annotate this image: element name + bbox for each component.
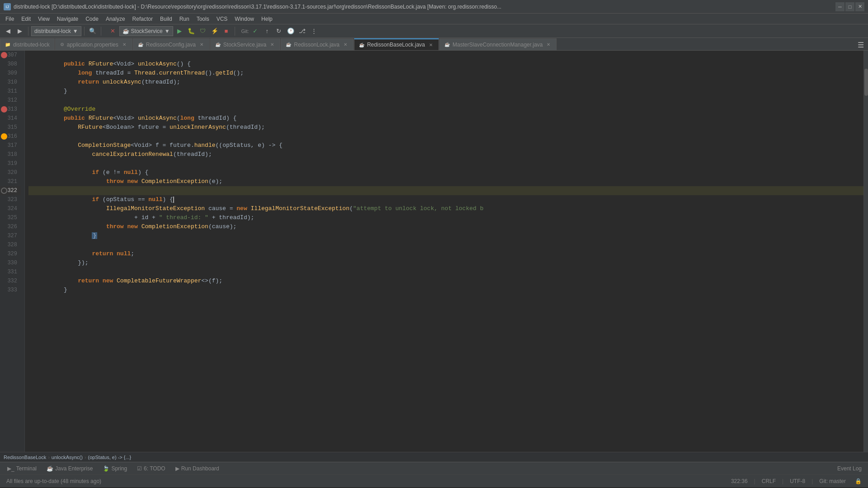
menu-code[interactable]: Code bbox=[82, 14, 102, 24]
run-dashboard-tab[interactable]: ▶ Run Dashboard bbox=[171, 463, 224, 474]
encoding[interactable]: UTF-8 bbox=[787, 478, 808, 484]
git-branch[interactable]: ⎇ bbox=[297, 26, 308, 37]
code-line-328: return null; bbox=[28, 240, 863, 249]
tab-stockservice[interactable]: ☕ StockService.java ✕ bbox=[210, 38, 280, 50]
scrollbar[interactable] bbox=[863, 51, 868, 452]
tab-close-4[interactable]: ✕ bbox=[342, 42, 349, 48]
line-number-332: 332 bbox=[0, 277, 21, 286]
line-number-314: 314 bbox=[0, 114, 21, 123]
tab-bar: 📁 distributed-lock ⚙ application.propert… bbox=[0, 38, 868, 51]
tab-icon-4: ☕ bbox=[286, 42, 291, 47]
bottom-breadcrumb: RedissonBaseLock › unlockAsync() › (opSt… bbox=[0, 452, 868, 462]
minimize-button[interactable]: ─ bbox=[835, 2, 844, 11]
back-button[interactable]: ◀ bbox=[3, 26, 14, 37]
menu-view[interactable]: View bbox=[34, 14, 53, 24]
bc-item-0[interactable]: RedissonBaseLock bbox=[4, 455, 46, 460]
tab-close-3[interactable]: ✕ bbox=[269, 42, 275, 48]
git-options[interactable]: ⋮ bbox=[309, 26, 320, 37]
java-enterprise-tab[interactable]: ☕ Java Enterprise bbox=[42, 463, 97, 474]
git-label: Git: bbox=[241, 28, 249, 34]
tab-close-5[interactable]: ✕ bbox=[428, 42, 434, 48]
code-line-314: RFuture<Boolean> future = unlockInnerAsy… bbox=[28, 114, 863, 123]
run-config-dropdown[interactable]: ☕ StockService ▼ bbox=[119, 26, 173, 36]
line-number-319: 319 bbox=[0, 159, 21, 168]
git-checkmark[interactable]: ✓ bbox=[250, 26, 261, 37]
search-everywhere-button[interactable]: 🔍 bbox=[87, 26, 98, 37]
bc-item-1[interactable]: unlockAsync() bbox=[52, 455, 83, 460]
line-ending[interactable]: CRLF bbox=[759, 478, 778, 484]
menu-tools[interactable]: Tools bbox=[193, 14, 213, 24]
line-number-329: 329 bbox=[0, 249, 21, 258]
spring-tab[interactable]: 🍃 Spring bbox=[98, 463, 132, 474]
tab-label-5: RedissonBaseLock.java bbox=[367, 42, 425, 48]
tab-application-properties[interactable]: ⚙ application.properties ✕ bbox=[55, 38, 132, 50]
menu-analyze[interactable]: Analyze bbox=[102, 14, 129, 24]
maximize-button[interactable]: □ bbox=[845, 2, 854, 11]
tab-distributed-lock[interactable]: 📁 distributed-lock bbox=[0, 38, 55, 50]
line-number-320: 320 bbox=[0, 168, 21, 177]
forward-button[interactable]: ▶ bbox=[14, 26, 25, 37]
status-bar: All files are up-to-date (48 minutes ago… bbox=[0, 474, 868, 487]
git-history[interactable]: 🕐 bbox=[285, 26, 296, 37]
menu-file[interactable]: File bbox=[2, 14, 18, 24]
menu-window[interactable]: Window bbox=[231, 14, 258, 24]
tab-close-2[interactable]: ✕ bbox=[198, 42, 205, 48]
git-push[interactable]: ↑ bbox=[262, 26, 273, 37]
tab-redissonbaselock[interactable]: ☕ RedissonBaseLock.java ✕ bbox=[354, 38, 439, 50]
menu-help[interactable]: Help bbox=[258, 14, 276, 24]
tab-icon-3: ☕ bbox=[215, 42, 221, 47]
cursor-position[interactable]: 322:36 bbox=[728, 478, 750, 484]
tab-redissonconfig[interactable]: ☕ RedissonConfig.java ✕ bbox=[133, 38, 210, 50]
tab-masterslaveconnectionmanager[interactable]: ☕ MasterSlaveConnectionManager.java ✕ bbox=[439, 38, 557, 50]
stop-run-button[interactable]: ✕ bbox=[108, 26, 118, 37]
code-line-330 bbox=[28, 258, 863, 267]
tab-label-3: StockService.java bbox=[223, 42, 266, 48]
bc-item-2[interactable]: (opStatus, e) -> {...} bbox=[88, 455, 132, 460]
code-content[interactable]: public RFuture<Void> unlockAsync() { lon… bbox=[25, 51, 863, 452]
terminal-label: Terminal bbox=[16, 465, 37, 472]
line-number-325: 325 bbox=[0, 213, 21, 222]
line-number-318: 318 bbox=[0, 150, 21, 159]
toolbar-separator-3 bbox=[101, 27, 101, 36]
menu-build[interactable]: Build bbox=[156, 14, 176, 24]
code-line-310: } bbox=[28, 78, 863, 87]
menu-refactor[interactable]: Refactor bbox=[129, 14, 156, 24]
tab-close-6[interactable]: ✕ bbox=[545, 42, 552, 48]
code-line-333 bbox=[28, 286, 863, 295]
scrollbar-thumb[interactable] bbox=[864, 69, 868, 96]
line-number-316: 316 bbox=[0, 132, 21, 141]
menu-navigate[interactable]: Navigate bbox=[53, 14, 82, 24]
toolbar-separator bbox=[28, 27, 28, 36]
git-update[interactable]: ↻ bbox=[274, 26, 284, 37]
line-number-324: 324 bbox=[0, 204, 21, 213]
line-number-323: 323 bbox=[0, 195, 21, 204]
line-number-310: 310 bbox=[0, 78, 21, 87]
event-log-label[interactable]: Event Log bbox=[834, 465, 865, 472]
project-dropdown[interactable]: distributed-lock ▼ bbox=[31, 26, 81, 36]
window-controls: ─ □ ✕ bbox=[835, 2, 864, 11]
menu-edit[interactable]: Edit bbox=[18, 14, 34, 24]
stop-button[interactable]: ■ bbox=[221, 26, 232, 37]
debug-button[interactable]: 🐛 bbox=[186, 26, 197, 37]
code-line-326: } bbox=[28, 222, 863, 231]
tab-close-1[interactable]: ✕ bbox=[121, 42, 127, 48]
terminal-tab[interactable]: ▶_ Terminal bbox=[3, 463, 41, 474]
coverage-button[interactable]: 🛡 bbox=[198, 26, 208, 37]
git-branch-status[interactable]: Git: master bbox=[816, 478, 849, 484]
todo-tab[interactable]: ☑ 6: TODO bbox=[132, 463, 170, 474]
code-line-325: throw new CompletionException(cause); bbox=[28, 213, 863, 222]
line-gutter: 307 308 309 310 311 312 313 314 315 316 … bbox=[0, 51, 25, 452]
menu-bar: File Edit View Navigate Code Analyze Ref… bbox=[0, 14, 868, 24]
code-line-323: IllegalMonitorStateException cause = new… bbox=[28, 195, 863, 204]
close-button[interactable]: ✕ bbox=[855, 2, 864, 11]
code-line-329: }); bbox=[28, 249, 863, 258]
menu-vcs[interactable]: VCS bbox=[213, 14, 231, 24]
line-number-315: 315 bbox=[0, 123, 21, 132]
code-line-317: cancelExpirationRenewal(threadId); bbox=[28, 141, 863, 150]
bc-sep-0: › bbox=[48, 455, 50, 460]
tab-list-button[interactable]: ☰ bbox=[855, 39, 866, 50]
run-button[interactable]: ▶ bbox=[174, 26, 185, 37]
menu-run[interactable]: Run bbox=[176, 14, 193, 24]
profile-button[interactable]: ⚡ bbox=[209, 26, 220, 37]
tab-redissonlock[interactable]: ☕ RedissonLock.java ✕ bbox=[281, 38, 354, 50]
